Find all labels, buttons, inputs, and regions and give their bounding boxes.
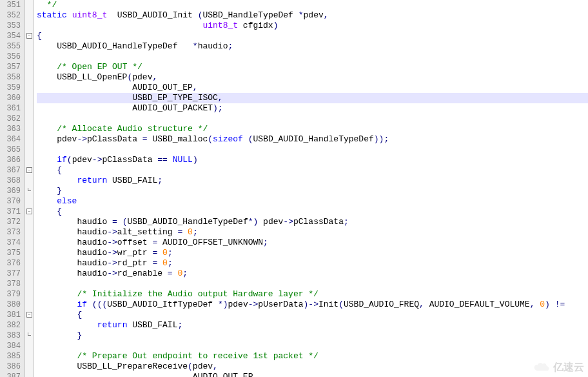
code-line[interactable] (37, 145, 588, 155)
watermark-text: 亿速云 (553, 362, 584, 372)
fold-collapse-icon[interactable]: − (26, 33, 32, 39)
line-number: 353 (3, 21, 21, 31)
line-number: 377 (3, 269, 21, 279)
code-line[interactable]: USBD_LL_PrepareReceive(pdev, (37, 362, 588, 372)
line-number: 356 (3, 52, 21, 62)
line-number: 368 (3, 176, 21, 186)
code-line[interactable] (37, 52, 588, 62)
code-line[interactable]: return USBD_FAIL; (37, 176, 588, 186)
code-line[interactable]: { (37, 310, 588, 320)
line-number: 359 (3, 83, 21, 93)
line-number: 371 (3, 207, 21, 217)
fold-end-icon (28, 332, 31, 336)
line-number: 380 (3, 300, 21, 310)
cloud-icon (533, 362, 551, 373)
watermark: 亿速云 (533, 362, 584, 373)
line-number: 358 (3, 72, 21, 83)
line-number: 366 (3, 155, 21, 165)
code-line[interactable]: uint8_t cfgidx) (37, 21, 588, 31)
code-line[interactable]: } (37, 331, 588, 341)
code-line[interactable]: pdev->pClassData = USBD_malloc(sizeof (U… (37, 134, 588, 145)
code-line[interactable]: USBD_AUDIO_HandleTypeDef *haudio; (37, 41, 588, 52)
code-line[interactable]: { (37, 207, 588, 217)
code-line[interactable]: AUDIO_OUT_EP, (37, 372, 588, 377)
code-line[interactable]: if (((USBD_AUDIO_ItfTypeDef *)pdev->pUse… (37, 300, 588, 310)
line-number: 367 (3, 165, 21, 176)
line-number: 365 (3, 145, 21, 155)
line-number: 351 (3, 0, 21, 10)
code-line[interactable]: } (37, 186, 588, 196)
code-line[interactable] (37, 341, 588, 351)
fold-collapse-icon[interactable]: − (26, 209, 32, 214)
line-number: 369 (3, 186, 21, 196)
code-editor: 3513523533543553563573583593603613623633… (0, 0, 588, 377)
line-number: 376 (3, 258, 21, 269)
line-number: 384 (3, 341, 21, 351)
fold-collapse-icon[interactable]: − (26, 312, 32, 318)
code-line[interactable]: /* Open EP OUT */ (37, 62, 588, 72)
line-number: 362 (3, 114, 21, 124)
line-number: 361 (3, 103, 21, 114)
code-line[interactable]: return USBD_FAIL; (37, 320, 588, 331)
line-number-gutter: 3513523533543553563573583593603613623633… (0, 0, 25, 377)
code-line[interactable]: haudio->rd_enable = 0; (37, 269, 588, 279)
fold-collapse-icon[interactable]: − (26, 167, 32, 173)
code-line[interactable]: /* Prepare Out endpoint to receive 1st p… (37, 351, 588, 362)
code-line[interactable] (37, 279, 588, 289)
line-number: 382 (3, 320, 21, 331)
code-line[interactable]: if(pdev->pClassData == NULL) (37, 155, 588, 165)
code-line[interactable]: AUDIO_OUT_EP, (37, 83, 588, 93)
code-line[interactable]: haudio->alt_setting = 0; (37, 227, 588, 238)
code-line[interactable]: AUDIO_OUT_PACKET); (37, 103, 588, 114)
line-number: 379 (3, 289, 21, 300)
line-number: 363 (3, 124, 21, 134)
line-number: 357 (3, 62, 21, 72)
line-number: 374 (3, 238, 21, 248)
code-line[interactable]: */ (37, 0, 588, 10)
line-number: 355 (3, 41, 21, 52)
line-number: 360 (3, 93, 21, 103)
line-number: 381 (3, 310, 21, 320)
line-number: 383 (3, 331, 21, 341)
line-number: 375 (3, 248, 21, 258)
code-line[interactable]: USBD_EP_TYPE_ISOC, (37, 93, 588, 103)
code-line[interactable]: /* Allocate Audio structure */ (37, 124, 588, 134)
line-number: 364 (3, 134, 21, 145)
code-line[interactable]: haudio->rd_ptr = 0; (37, 258, 588, 269)
code-area[interactable]: */static uint8_t USBD_AUDIO_Init (USBD_H… (34, 0, 588, 377)
code-line[interactable]: static uint8_t USBD_AUDIO_Init (USBD_Han… (37, 10, 588, 21)
code-line[interactable]: haudio->offset = AUDIO_OFFSET_UNKNOWN; (37, 238, 588, 248)
line-number: 372 (3, 217, 21, 227)
line-number: 386 (3, 362, 21, 372)
line-number: 354 (3, 31, 21, 41)
line-number: 373 (3, 227, 21, 238)
code-line[interactable]: haudio->wr_ptr = 0; (37, 248, 588, 258)
code-line[interactable]: else (37, 196, 588, 207)
line-number: 352 (3, 10, 21, 21)
line-number: 378 (3, 279, 21, 289)
code-line[interactable]: { (37, 31, 588, 41)
code-line[interactable]: haudio = (USBD_AUDIO_HandleTypeDef*) pde… (37, 217, 588, 227)
code-line[interactable]: /* Initialize the Audio output Hardware … (37, 289, 588, 300)
code-line[interactable] (37, 114, 588, 124)
line-number: 387 (3, 372, 21, 377)
line-number: 370 (3, 196, 21, 207)
code-line[interactable]: { (37, 165, 588, 176)
line-number: 385 (3, 351, 21, 362)
code-line[interactable]: USBD_LL_OpenEP(pdev, (37, 72, 588, 83)
fold-end-icon (28, 188, 31, 191)
fold-column[interactable]: −−−− (25, 0, 34, 377)
